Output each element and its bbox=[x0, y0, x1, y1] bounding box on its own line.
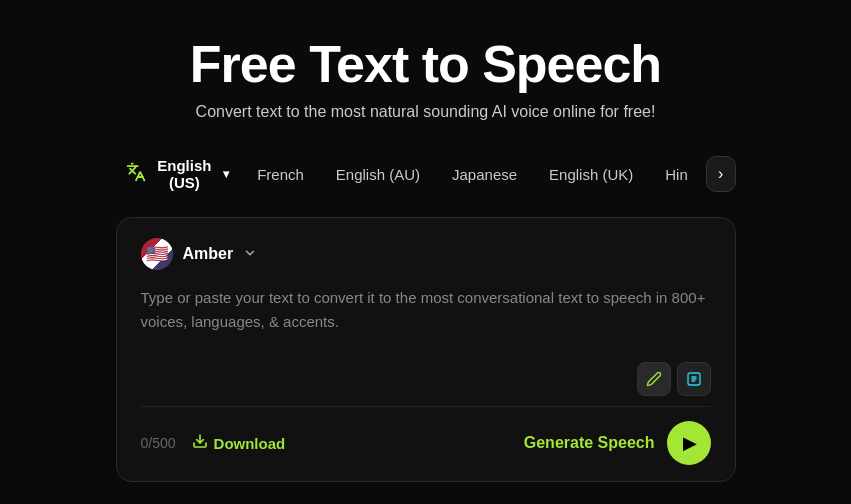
voice-selector[interactable]: 🇺🇸 Amber bbox=[141, 238, 711, 270]
voice-dropdown-icon bbox=[243, 246, 257, 263]
language-bar: English (US) ▾ French English (AU) Japan… bbox=[116, 151, 736, 197]
right-actions: Generate Speech bbox=[524, 421, 711, 465]
language-chevron-icon: ▾ bbox=[223, 167, 229, 181]
flag-icon: 🇺🇸 bbox=[141, 238, 173, 270]
language-english-uk[interactable]: English (UK) bbox=[535, 160, 647, 189]
active-language-button[interactable]: English (US) ▾ bbox=[116, 151, 240, 197]
text-placeholder: Type or paste your text to convert it to… bbox=[141, 286, 711, 334]
char-count: 0/500 bbox=[141, 435, 176, 451]
download-icon bbox=[192, 433, 208, 453]
ai-tool-button[interactable] bbox=[677, 362, 711, 396]
translate-icon bbox=[126, 162, 146, 187]
language-japanese[interactable]: Japanese bbox=[438, 160, 531, 189]
language-next-button[interactable]: › bbox=[706, 156, 736, 192]
text-input-area[interactable]: Type or paste your text to convert it to… bbox=[141, 286, 711, 346]
play-button[interactable] bbox=[667, 421, 711, 465]
page-title: Free Text to Speech bbox=[190, 36, 661, 93]
generate-speech-label: Generate Speech bbox=[524, 434, 655, 452]
toolbar-icons bbox=[141, 362, 711, 396]
language-english-au[interactable]: English (AU) bbox=[322, 160, 434, 189]
voice-name: Amber bbox=[183, 245, 234, 263]
language-french[interactable]: French bbox=[243, 160, 318, 189]
pencil-tool-button[interactable] bbox=[637, 362, 671, 396]
main-card: 🇺🇸 Amber Type or paste your text to conv… bbox=[116, 217, 736, 482]
page-header: Free Text to Speech Convert text to the … bbox=[190, 0, 661, 129]
language-hindi[interactable]: Hin bbox=[651, 160, 702, 189]
active-language-label: English (US) bbox=[152, 157, 218, 191]
chevron-right-icon: › bbox=[718, 165, 723, 183]
page-subtitle: Convert text to the most natural soundin… bbox=[190, 103, 661, 121]
bottom-bar: 0/500 Download Generate Speech bbox=[141, 406, 711, 465]
download-button[interactable]: Download bbox=[192, 433, 286, 453]
left-actions: 0/500 Download bbox=[141, 433, 286, 453]
download-label: Download bbox=[214, 435, 286, 452]
